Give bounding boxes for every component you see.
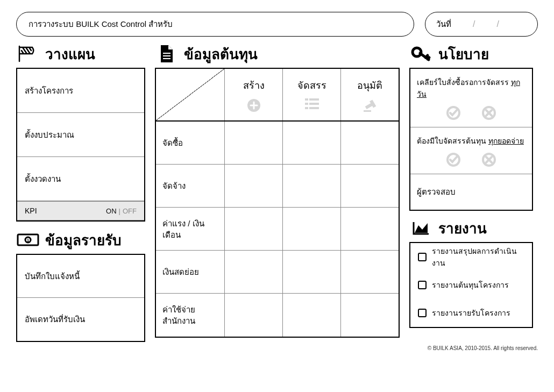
col-header: อนุมัติ [341, 69, 399, 120]
check-circle-icon[interactable] [446, 152, 461, 167]
kpi-row: KPI ON|OFF [17, 201, 144, 220]
report-item[interactable]: รายงานต้นทุนโครงการ [410, 271, 532, 299]
table-cell[interactable] [283, 208, 341, 250]
checkbox[interactable] [418, 281, 427, 289]
report-item[interactable]: รายงานรายรับโครงการ [410, 299, 532, 327]
table-cell[interactable] [283, 251, 341, 293]
table-cell[interactable] [341, 251, 399, 293]
svg-rect-10 [309, 103, 319, 105]
plan-item[interactable]: สร้างโครงการ [17, 69, 144, 113]
footer-copyright: © BUILK ASIA, 2010-2015. All rights rese… [16, 345, 538, 351]
receipts-item[interactable]: บันทึกใบแจ้งหนี้ [17, 255, 144, 298]
policy-item: ต้องมีใบจัดสรรต้นทุน ทุกยอดจ่าย [410, 127, 532, 174]
title-field[interactable]: การวางระบบ BUILK Cost Control สำหรับ [16, 12, 414, 37]
table-row: ค่าใช้จ่ายสำนักงาน [156, 294, 399, 337]
svg-rect-11 [305, 107, 308, 109]
money-icon: 1 [16, 231, 40, 249]
flag-icon [16, 45, 40, 63]
cost-heading: ข้อมูลต้นทุน [184, 43, 258, 65]
table-cell[interactable] [225, 122, 283, 164]
inspector-field[interactable]: ผู้ตรวจสอบ [410, 174, 532, 210]
svg-rect-9 [305, 103, 308, 105]
table-corner [156, 69, 225, 120]
plan-item[interactable]: ตั้งงบประมาณ [17, 113, 144, 157]
svg-rect-8 [309, 98, 319, 101]
table-cell[interactable] [283, 122, 341, 164]
table-row: จัดจ้าง [156, 165, 399, 208]
plus-circle-icon [246, 97, 262, 112]
gavel-icon [362, 97, 378, 112]
svg-rect-4 [163, 55, 171, 56]
table-cell[interactable] [341, 208, 399, 250]
col-header: สร้าง [225, 69, 283, 120]
table-cell[interactable] [225, 208, 283, 250]
plan-box: สร้างโครงการ ตั้งงบประมาณ ตั้งงวดงาน KPI… [16, 68, 145, 222]
date-field[interactable]: วันที่ // [425, 12, 538, 37]
table-cell[interactable] [341, 122, 399, 164]
svg-rect-3 [163, 53, 171, 54]
table-cell[interactable] [283, 294, 341, 337]
svg-rect-15 [364, 110, 371, 112]
list-icon [304, 97, 320, 112]
table-cell[interactable] [225, 251, 283, 293]
kpi-toggle[interactable]: ON|OFF [106, 207, 137, 215]
table-row: เงินสดย่อย [156, 251, 399, 294]
x-circle-icon[interactable] [481, 152, 496, 167]
table-cell[interactable] [225, 294, 283, 337]
date-label: วันที่ [436, 18, 451, 31]
receipts-item[interactable]: อัพเดทวันที่รับเงิน [17, 298, 144, 341]
policy-item: เคลียร์ใบสั่งซื้อรอการจัดสรร ทุกวัน [410, 69, 532, 127]
table-cell[interactable] [341, 294, 399, 337]
policy-heading: นโยบาย [438, 43, 489, 65]
svg-rect-7 [305, 98, 308, 101]
table-cell[interactable] [225, 165, 283, 207]
plan-item[interactable]: ตั้งงวดงาน [17, 157, 144, 201]
cost-table: สร้าง จัดสรร อนุมัติ [155, 68, 400, 338]
key-icon [409, 45, 433, 63]
checkbox[interactable] [418, 253, 427, 261]
table-cell[interactable] [341, 165, 399, 207]
svg-text:1: 1 [27, 238, 30, 243]
reports-heading: รายงาน [438, 217, 487, 239]
table-row: จัดซื้อ [156, 122, 399, 165]
kpi-label: KPI [25, 206, 37, 215]
check-circle-icon[interactable] [446, 105, 461, 120]
chart-icon [409, 219, 433, 237]
svg-rect-5 [163, 58, 171, 59]
reports-box: รายงานสรุปผลการดำเนินงาน รายงานต้นทุนโคร… [409, 242, 533, 328]
title-text: การวางระบบ BUILK Cost Control สำหรับ [29, 19, 173, 28]
table-row: ค่าแรง / เงินเดือน [156, 208, 399, 251]
document-icon [155, 45, 179, 63]
table-cell[interactable] [283, 165, 341, 207]
receipts-box: บันทึกใบแจ้งหนี้ อัพเดทวันที่รับเงิน [16, 254, 145, 342]
col-header: จัดสรร [283, 69, 341, 120]
receipts-heading: ข้อมูลรายรับ [45, 229, 122, 251]
checkbox[interactable] [418, 309, 427, 317]
plan-heading: วางแผน [45, 43, 95, 65]
report-item[interactable]: รายงานสรุปผลการดำเนินงาน [410, 243, 532, 271]
svg-rect-12 [309, 107, 319, 109]
policy-box: เคลียร์ใบสั่งซื้อรอการจัดสรร ทุกวัน ต้อง… [409, 68, 533, 211]
x-circle-icon[interactable] [481, 105, 496, 120]
